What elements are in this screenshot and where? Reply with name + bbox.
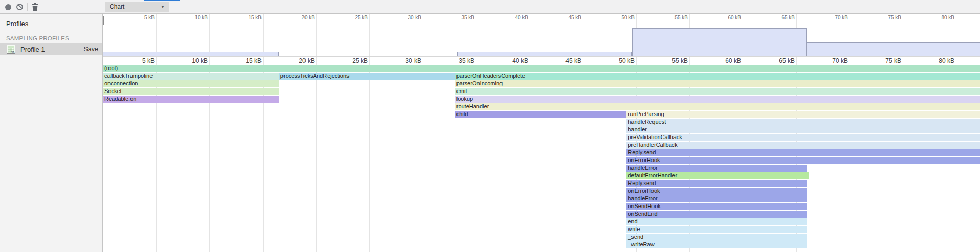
overview-gridline: [423, 14, 423, 56]
view-mode-select[interactable]: Chart ▼: [105, 2, 169, 12]
flame-bar[interactable]: parserOnHeadersComplete: [455, 73, 980, 80]
sidebar-title: Profiles: [6, 20, 28, 28]
flame-bar[interactable]: (root): [103, 65, 980, 72]
flame-bar[interactable]: Reply.send: [626, 149, 980, 156]
flame-bar[interactable]: preHandlerCallback: [626, 142, 980, 149]
flame-bar[interactable]: onconnection: [103, 80, 279, 87]
overview-ruler-tick-label: 25 kB: [332, 15, 368, 20]
flame-bar[interactable]: handleError: [626, 165, 807, 172]
flame-bar[interactable]: lookup: [455, 96, 980, 103]
svg-text:%: %: [11, 50, 14, 54]
flame-bar[interactable]: preValidationCallback: [626, 134, 980, 141]
flame-bar[interactable]: _writeRaw: [626, 241, 807, 248]
overview-ruler-tick-label: 30 kB: [385, 15, 421, 20]
flame-bar[interactable]: handleError: [626, 195, 807, 202]
flame-bar[interactable]: processTicksAndRejections: [279, 73, 455, 80]
trash-icon[interactable]: [31, 3, 39, 11]
overview-ruler-tick-label: 60 kB: [705, 15, 741, 20]
profiler-panel: { "toolbar": { "view_select": { "value":…: [0, 0, 980, 252]
flame-bar[interactable]: runPreParsing: [626, 111, 980, 118]
overview-gridline: [316, 14, 317, 56]
overview-ruler-tick-label: 15 kB: [226, 15, 262, 20]
flame-bar[interactable]: onErrorHook: [626, 188, 807, 195]
record-icon[interactable]: [5, 4, 11, 10]
overview-ruler-tick-label: 80 kB: [919, 15, 954, 20]
flame-bar-label: _writeRaw: [628, 241, 654, 247]
flame-bar-label: Socket: [104, 88, 122, 94]
flame-bar[interactable]: handler: [626, 126, 980, 133]
overview-area-segment[interactable]: [103, 52, 279, 56]
flame-bar[interactable]: _send: [626, 234, 807, 241]
flame-bar[interactable]: defaultErrorHandler: [626, 172, 809, 179]
sidebar-item-profile-1[interactable]: % Profile 1 Save: [0, 43, 102, 55]
flame-bar[interactable]: handleRequest: [626, 119, 980, 126]
flame-bar[interactable]: callbackTrampoline: [103, 73, 279, 80]
flame-bar[interactable]: end: [626, 218, 807, 225]
save-profile-link[interactable]: Save: [84, 43, 99, 55]
flame-bar-label: Readable.on: [104, 96, 136, 102]
flame-bar[interactable]: onErrorHook: [626, 157, 980, 164]
flame-ruler-tick-label: 75 kB: [864, 57, 901, 64]
flame-bar-label: routeHandler: [456, 103, 489, 109]
flame-ruler-tick-label: 40 kB: [491, 57, 528, 64]
overview-ruler-tick-label: 35 kB: [439, 15, 474, 20]
overview-area-segment[interactable]: [807, 42, 980, 56]
overview-ruler-tick-label: 55 kB: [652, 15, 688, 20]
flame-ruler-tick-label: 15 kB: [225, 57, 262, 64]
flame-bar[interactable]: Reply.send: [626, 180, 807, 187]
flame-bar-label: parserOnIncoming: [456, 80, 503, 86]
flame-bar-label: handleRequest: [628, 119, 666, 125]
overview-ruler-tick-label: 5 kB: [119, 15, 155, 20]
overview-ruler-tick-label: 40 kB: [492, 15, 528, 20]
overview-gridline: [476, 14, 476, 56]
flame-chart[interactable]: (root)callbackTrampolineprocessTicksAndR…: [103, 65, 980, 252]
flame-bar[interactable]: emit: [455, 88, 980, 95]
sampling-profiles-section-header: SAMPLING PROFILES: [6, 35, 69, 41]
flame-bar-label: Reply.send: [628, 180, 656, 186]
clear-all-icon-slash: [18, 5, 23, 9]
flame-bar[interactable]: Socket: [103, 88, 279, 95]
flame-bar-label: onconnection: [104, 80, 138, 86]
flame-ruler-tick-label: 20 kB: [278, 57, 315, 64]
flame-bar-label: callbackTrampoline: [104, 73, 153, 79]
overview-gridline: [369, 14, 370, 56]
flame-bar-label: onSendHook: [628, 203, 661, 209]
overview-area-segment[interactable]: [632, 28, 807, 56]
overview-gridline: [530, 14, 530, 56]
flame-bar-label: handler: [628, 126, 647, 132]
flame-bar-label: onErrorHook: [628, 188, 660, 194]
flame-ruler-tick-label: 25 kB: [331, 57, 368, 64]
flame-bar-label: emit: [456, 88, 467, 94]
overview-ruler-tick-label: 75 kB: [865, 15, 901, 20]
overview-ruler-tick-label: 10 kB: [172, 15, 208, 20]
active-tab-indicator: [144, 0, 180, 1]
overview-gridline: [156, 14, 157, 56]
flame-bar-label: runPreParsing: [628, 111, 664, 117]
overview-area-segment[interactable]: [457, 52, 632, 56]
flame-bar[interactable]: Readable.on: [103, 96, 279, 103]
flame-bar-label: processTicksAndRejections: [280, 73, 350, 79]
flame-bar[interactable]: child: [455, 111, 627, 118]
flame-bar[interactable]: onSendHook: [626, 203, 807, 210]
flame-bar-label: lookup: [456, 96, 473, 102]
flame-ruler-tick-label: 10 kB: [171, 57, 208, 64]
flame-bar[interactable]: write_: [626, 226, 807, 233]
profiler-chart-area: 5 kB10 kB15 kB20 kB25 kB30 kB35 kB40 kB4…: [103, 14, 980, 252]
profiles-sidebar: Profiles SAMPLING PROFILES % Profile 1 S…: [0, 14, 103, 252]
flame-bar-label: end: [628, 218, 637, 224]
flame-bar[interactable]: onSendEnd: [626, 211, 807, 218]
clear-all-icon[interactable]: [16, 4, 23, 10]
view-mode-value: Chart: [110, 3, 124, 10]
toolbar-divider: [27, 3, 28, 11]
flame-bar-label: (root): [104, 65, 118, 71]
flame-ruler-tick-label: 60 kB: [704, 57, 741, 64]
overview-scroll-handle[interactable]: [103, 16, 104, 25]
flame-bar[interactable]: routeHandler: [455, 103, 980, 110]
flame-bar-label: defaultErrorHandler: [628, 172, 677, 178]
memory-overview-pane[interactable]: 5 kB10 kB15 kB20 kB25 kB30 kB35 kB40 kB4…: [103, 14, 980, 57]
overview-ruler-tick-label: 70 kB: [812, 15, 848, 20]
flame-ruler-tick-label: 70 kB: [811, 57, 848, 64]
flame-bar-label: preValidationCallback: [628, 134, 682, 140]
overview-gridline: [209, 14, 210, 56]
flame-bar[interactable]: parserOnIncoming: [455, 80, 980, 87]
